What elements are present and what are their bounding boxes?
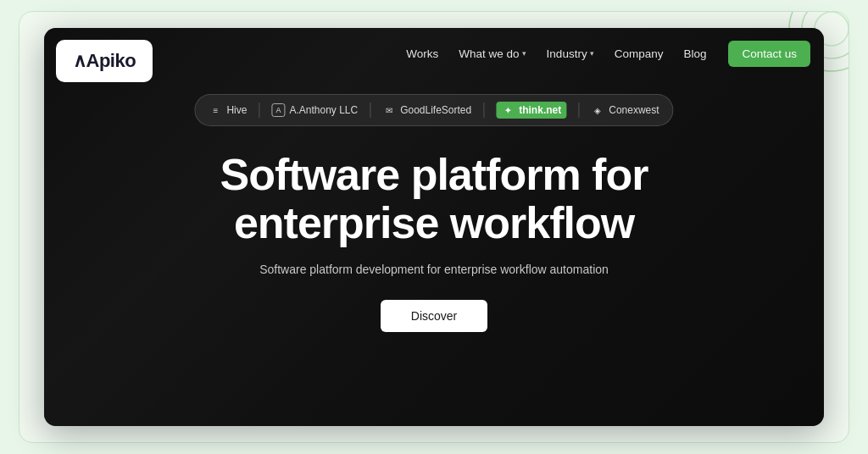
chevron-down-icon: ▾ [522,49,526,58]
divider [259,102,259,118]
client-anthony: A A.Anthony LLC [271,103,358,117]
clients-bar: ≡ Hive A A.Anthony LLC ✉ GoodLifeSorted … [194,94,673,126]
hero-title: Software platform for enterprise workflo… [137,151,731,247]
goodlife-icon: ✉ [382,103,396,117]
discover-button[interactable]: Discover [381,300,487,332]
main-card: ∧Apiko Works What we do ▾ Industry ▾ Com… [44,28,824,426]
anthony-icon: A [271,103,285,117]
nav-bar: Works What we do ▾ Industry ▾ Company Bl… [44,28,824,79]
nav-company[interactable]: Company [606,42,672,65]
nav-items: Works What we do ▾ Industry ▾ Company Bl… [398,42,715,65]
hero-subtitle: Software platform development for enterp… [137,263,731,276]
nav-blog[interactable]: Blog [675,42,715,65]
chevron-down-icon: ▾ [590,49,594,58]
client-thinknet: ✦ think.net [496,102,566,119]
contact-button[interactable]: Contact us [728,41,810,67]
hive-icon: ≡ [209,103,222,117]
nav-industry[interactable]: Industry ▾ [538,42,603,65]
hero-content: Software platform for enterprise workflo… [137,151,731,332]
thinknet-icon: ✦ [501,103,515,117]
divider [370,102,370,118]
nav-what-we-do[interactable]: What we do ▾ [450,42,534,65]
client-conexwest: ◈ Conexwest [591,103,659,117]
nav-works[interactable]: Works [398,42,447,65]
divider [483,102,484,118]
client-hive: ≡ Hive [209,103,247,117]
divider [578,102,579,118]
client-goodlife: ✉ GoodLifeSorted [382,103,471,117]
outer-frame: ∧Apiko Works What we do ▾ Industry ▾ Com… [19,11,849,443]
conexwest-icon: ◈ [591,103,604,117]
